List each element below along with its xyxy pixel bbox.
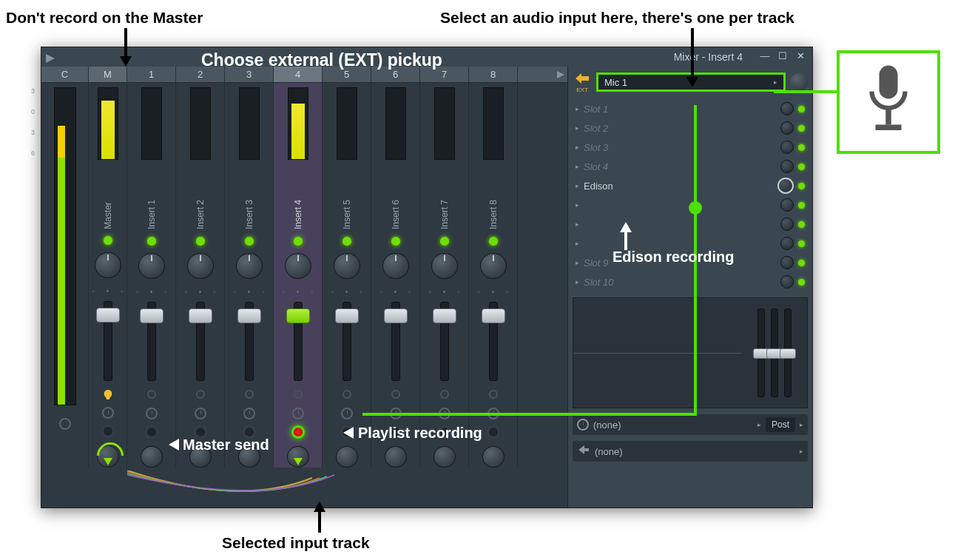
insert-link[interactable]: ◦•◦ bbox=[185, 288, 216, 296]
insert-mute[interactable] bbox=[342, 237, 351, 246]
slot-mix-knob[interactable] bbox=[780, 237, 794, 250]
dropdown-icon[interactable]: ▸ bbox=[800, 448, 803, 455]
master-mute[interactable] bbox=[104, 236, 112, 245]
insert-fader[interactable] bbox=[245, 302, 254, 382]
eq-high-slider[interactable] bbox=[784, 308, 792, 397]
slot-led[interactable] bbox=[798, 106, 805, 112]
insert-pan[interactable] bbox=[382, 253, 409, 279]
minimize-button[interactable]: — bbox=[757, 51, 772, 63]
eq-mid-slider[interactable] bbox=[771, 308, 778, 397]
insert-send[interactable] bbox=[385, 446, 407, 468]
master-pan[interactable] bbox=[95, 252, 121, 278]
insert-mute[interactable] bbox=[196, 237, 205, 246]
master-fx-icon[interactable] bbox=[103, 388, 113, 403]
delay-icon[interactable] bbox=[146, 408, 158, 419]
insert-pan[interactable] bbox=[187, 253, 214, 279]
record-indicator-icon[interactable] bbox=[58, 417, 72, 434]
insert-record-armed[interactable] bbox=[291, 425, 305, 439]
insert-mute[interactable] bbox=[147, 237, 156, 246]
fx-icon[interactable] bbox=[342, 390, 351, 402]
insert-mute[interactable] bbox=[391, 237, 400, 246]
insert-mute[interactable] bbox=[489, 237, 498, 246]
insert-pan[interactable] bbox=[480, 253, 507, 279]
slot-mix-knob[interactable] bbox=[777, 178, 794, 194]
slot-led[interactable] bbox=[798, 163, 805, 170]
insert-record[interactable] bbox=[487, 425, 500, 439]
fx-slot-5-edison[interactable]: ▸Edison bbox=[573, 176, 808, 195]
fx-icon[interactable] bbox=[196, 390, 205, 402]
insert-8-strip[interactable]: Insert 8 ◦•◦ bbox=[469, 83, 518, 468]
delay-icon[interactable] bbox=[195, 408, 206, 419]
output-icon[interactable] bbox=[577, 445, 590, 458]
fx-icon[interactable] bbox=[147, 390, 156, 402]
fx-icon[interactable] bbox=[440, 390, 449, 402]
insert-pan[interactable] bbox=[285, 253, 311, 279]
fx-icon[interactable] bbox=[489, 390, 498, 402]
master-record[interactable] bbox=[101, 425, 115, 438]
insert-fader[interactable] bbox=[147, 302, 156, 382]
insert-link[interactable]: ◦•◦ bbox=[234, 288, 265, 296]
master-delay-icon[interactable] bbox=[102, 407, 114, 419]
header-master[interactable]: M bbox=[89, 67, 127, 82]
slot-led[interactable] bbox=[798, 202, 805, 209]
insert-4-strip[interactable]: Insert 4 ◦•◦ bbox=[274, 83, 323, 468]
slot-led[interactable] bbox=[798, 260, 805, 266]
eq-low-slider[interactable] bbox=[757, 308, 765, 397]
delay-icon[interactable] bbox=[243, 408, 255, 419]
slot-mix-knob[interactable] bbox=[780, 121, 794, 135]
close-button[interactable]: ✕ bbox=[793, 51, 808, 63]
time-value[interactable]: (none) bbox=[593, 419, 753, 431]
insert-mute[interactable] bbox=[440, 237, 449, 246]
output-value[interactable]: (none) bbox=[595, 446, 795, 457]
clock-icon[interactable] bbox=[577, 419, 589, 431]
insert-link[interactable]: ◦•◦ bbox=[136, 288, 167, 296]
eq-section[interactable] bbox=[573, 297, 808, 408]
slot-mix-knob[interactable] bbox=[780, 160, 794, 173]
fx-slot-4[interactable]: ▸Slot 4 bbox=[573, 157, 808, 176]
insert-fader[interactable] bbox=[489, 302, 498, 382]
slot-mix-knob[interactable] bbox=[780, 198, 794, 212]
input-gain-knob[interactable] bbox=[790, 73, 808, 91]
post-button[interactable]: Post bbox=[766, 417, 795, 432]
slot-led[interactable] bbox=[798, 125, 805, 132]
master-strip[interactable]: Master ◦•◦ bbox=[89, 83, 127, 468]
insert-fader[interactable] bbox=[294, 302, 303, 382]
insert-mute[interactable] bbox=[245, 237, 254, 246]
fx-slot-3[interactable]: ▸Slot 3 bbox=[573, 138, 808, 157]
slot-led[interactable] bbox=[798, 279, 805, 286]
dropdown-icon[interactable]: ▸ bbox=[800, 421, 803, 428]
slot-led[interactable] bbox=[798, 183, 805, 189]
slot-mix-knob[interactable] bbox=[780, 141, 794, 154]
slot-mix-knob[interactable] bbox=[780, 217, 794, 231]
insert-3-strip[interactable]: Insert 3 ◦•◦ bbox=[225, 83, 274, 468]
master-fader[interactable] bbox=[104, 301, 112, 380]
insert-send[interactable] bbox=[336, 446, 358, 468]
slot-mix-knob[interactable] bbox=[780, 102, 794, 115]
insert-fader[interactable] bbox=[196, 302, 205, 382]
header-current[interactable]: C bbox=[41, 67, 89, 82]
insert-send[interactable] bbox=[433, 446, 456, 468]
insert-pan[interactable] bbox=[431, 253, 458, 279]
header-1[interactable]: 1 bbox=[127, 67, 176, 82]
insert-5-strip[interactable]: Insert 5 ◦•◦ bbox=[323, 83, 371, 468]
insert-6-strip[interactable]: Insert 6 ◦•◦ bbox=[371, 83, 420, 468]
eq-graph[interactable] bbox=[573, 298, 742, 408]
slot-mix-knob[interactable] bbox=[780, 275, 794, 289]
fx-slot-1[interactable]: ▸Slot 1 bbox=[573, 99, 808, 118]
slot-led[interactable] bbox=[798, 144, 805, 151]
play-icon[interactable] bbox=[46, 53, 55, 61]
slot-mix-knob[interactable] bbox=[780, 256, 794, 269]
fx-icon[interactable] bbox=[294, 390, 303, 402]
insert-link[interactable]: ◦•◦ bbox=[380, 288, 411, 296]
fx-slot-2[interactable]: ▸Slot 2 bbox=[573, 118, 808, 138]
insert-fader[interactable] bbox=[440, 302, 449, 382]
delay-icon[interactable] bbox=[341, 408, 353, 419]
insert-7-strip[interactable]: Insert 7 ◦•◦ bbox=[420, 83, 469, 468]
slot-led[interactable] bbox=[798, 240, 805, 247]
insert-link[interactable]: ◦•◦ bbox=[331, 288, 362, 296]
insert-1-strip[interactable]: Insert 1 ◦•◦ bbox=[127, 83, 176, 468]
fx-slot-10[interactable]: ▸Slot 10 bbox=[573, 272, 808, 291]
fx-slot-7[interactable]: ▸ bbox=[573, 215, 808, 234]
ext-icon[interactable]: EXT bbox=[573, 72, 592, 93]
insert-fader[interactable] bbox=[342, 302, 351, 382]
